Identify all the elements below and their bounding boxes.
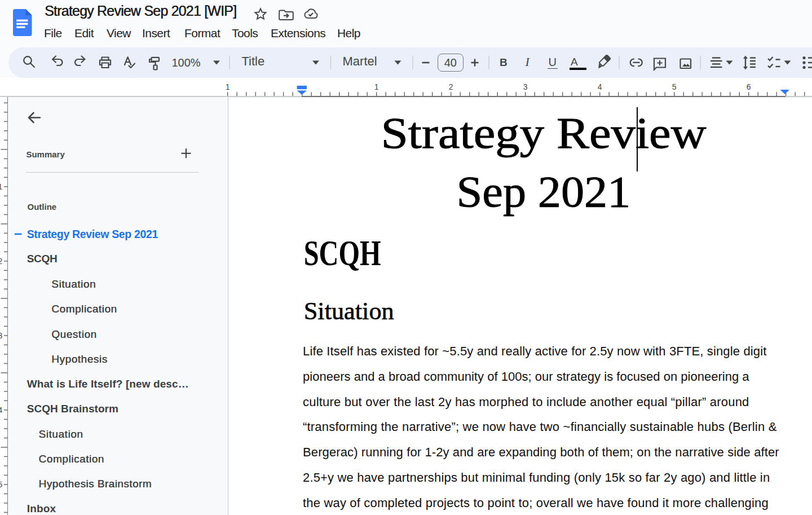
svg-text:5: 5 bbox=[672, 82, 677, 91]
svg-text:Strategy Review: Strategy Review bbox=[381, 108, 707, 157]
svg-text:1: 1 bbox=[226, 82, 230, 91]
svg-text:2: 2 bbox=[0, 257, 3, 266]
svg-text:Situation: Situation bbox=[304, 297, 394, 324]
svg-text:2: 2 bbox=[449, 82, 453, 91]
svg-text:1: 1 bbox=[0, 182, 3, 191]
svg-text:4: 4 bbox=[0, 406, 3, 415]
svg-text:Sep 2021: Sep 2021 bbox=[457, 167, 631, 216]
svg-text:4: 4 bbox=[598, 82, 602, 91]
svg-text:3: 3 bbox=[523, 82, 528, 91]
svg-text:1: 1 bbox=[374, 82, 379, 91]
svg-text:SCQH: SCQH bbox=[304, 234, 381, 273]
svg-text:3: 3 bbox=[0, 331, 3, 340]
svg-text:5: 5 bbox=[0, 480, 3, 489]
svg-text:6: 6 bbox=[747, 82, 751, 91]
